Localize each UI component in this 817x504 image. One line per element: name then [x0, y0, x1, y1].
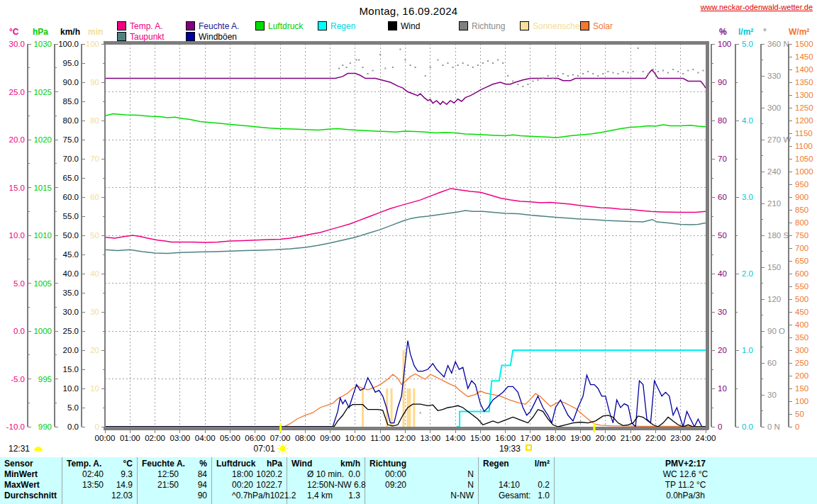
x-tick-label: 22:00	[645, 434, 666, 442]
x-tick-label: 21:00	[621, 434, 641, 442]
svg-text:95.0: 95.0	[63, 59, 79, 67]
legend-label-taupunkt: Taupunkt	[130, 32, 165, 42]
svg-text:30: 30	[90, 308, 99, 316]
table-row-maxwert-regen: 14:100.2	[479, 480, 554, 491]
legend-item-regen: Regen	[318, 21, 355, 30]
svg-text:90.0: 90.0	[63, 78, 79, 86]
svg-text:150: 150	[767, 263, 781, 271]
svg-text:-10.0: -10.0	[6, 422, 25, 431]
legend-swatch-solar	[580, 21, 589, 30]
svg-text:5.0: 5.0	[67, 403, 79, 412]
svg-text:40: 40	[718, 269, 727, 278]
table-row-durchschnitt-luftdruck: ^0.7hPa/h1021.2	[212, 491, 287, 501]
x-tick-label: 13:00	[420, 434, 440, 442]
table-row-maxwert-pmv: TP 11.2 °C	[555, 480, 816, 491]
table-row-durchschnitt-pmv: 0.0hPa/3h	[555, 491, 816, 501]
table-column-luftdruck: LuftdruckhPa18:001020.200:201022.7^0.7hP…	[212, 457, 287, 504]
table-header-label: Wind	[291, 459, 312, 469]
table-cell-value: 94	[198, 480, 207, 491]
svg-text:1005: 1005	[33, 279, 52, 288]
svg-text:1450: 1450	[795, 52, 813, 61]
svg-text:15.0: 15.0	[63, 365, 79, 374]
table-row-maxwert-richtung: 09:20N	[365, 480, 478, 491]
svg-text:1250: 1250	[795, 103, 813, 112]
svg-text:35.0: 35.0	[63, 289, 79, 297]
svg-text:10: 10	[718, 384, 727, 393]
svg-text:20.0: 20.0	[9, 135, 25, 144]
table-header-richtung: Richtung	[365, 459, 478, 469]
svg-text:60: 60	[767, 359, 777, 367]
svg-text:40.0: 40.0	[63, 269, 79, 278]
svg-text:150: 150	[795, 384, 808, 393]
svg-text:50.0: 50.0	[63, 231, 79, 240]
x-tick-label: 11:00	[370, 434, 390, 442]
svg-text:10: 10	[90, 384, 99, 393]
table-cell-time: 13:50	[67, 480, 104, 491]
svg-text:90 O: 90 O	[767, 327, 785, 335]
svg-text:1020: 1020	[33, 135, 52, 144]
table-cell-time: WC 12.6 °C	[663, 469, 708, 480]
table-header-label: Temp. A.	[67, 459, 101, 469]
svg-text:1150: 1150	[795, 129, 813, 138]
x-tick-label: 02:00	[145, 434, 165, 442]
svg-text:250: 250	[795, 359, 808, 367]
x-tick-label: 18:00	[545, 434, 566, 442]
table-row-durchschnitt-richtung: N-NW	[365, 491, 478, 501]
x-tick-label: 14:00	[445, 434, 466, 442]
svg-text:200: 200	[795, 371, 808, 380]
svg-text:240: 240	[767, 167, 781, 176]
table-row-minwert-feuchte: 12:5084	[138, 469, 211, 480]
sunset-time: 19:33	[499, 444, 521, 454]
svg-text:55.0: 55.0	[63, 212, 79, 220]
svg-text:990: 990	[38, 422, 52, 431]
legend-swatch-regen	[318, 21, 327, 30]
table-cell-time: MinWert	[4, 469, 38, 480]
table-header-label: Luftdruck	[216, 459, 255, 469]
x-tick-label: 07:00	[270, 434, 291, 442]
table-cell-time: 12:50	[291, 480, 328, 491]
table-cell-time: 09:20	[369, 480, 406, 491]
x-tick-label: 09:00	[320, 434, 340, 442]
table-cell-value: N-NW 6.8	[328, 480, 366, 491]
table-header-unit: l/m²	[535, 459, 550, 469]
legend-swatch-feuchte-a	[186, 21, 195, 30]
svg-text:90: 90	[90, 78, 99, 86]
legend-item-temp-a: Temp. A.	[117, 21, 163, 30]
table-cell-time: Ø 10 min.	[291, 469, 344, 480]
sunrise-time: 07:01	[254, 444, 275, 454]
table-column-temp: Temp. A.°C02:409.313:5014.912.03	[62, 457, 138, 504]
x-tick-label: 01:00	[120, 434, 140, 442]
svg-text:80: 80	[90, 116, 99, 125]
x-tick-label: 23:00	[670, 434, 691, 442]
table-header-label: Regen	[483, 459, 509, 469]
svg-text:800: 800	[795, 218, 808, 227]
table-cell-time: 1,4 km	[291, 491, 333, 501]
table-cell-value: 84	[198, 469, 207, 480]
unit-min: min	[88, 27, 103, 37]
legend-label-sonnenschein: Sonnenschein	[533, 21, 587, 31]
svg-text:85.0: 85.0	[63, 97, 79, 106]
svg-text:1300: 1300	[795, 91, 813, 99]
svg-text:1000: 1000	[33, 327, 52, 335]
table-cell-time: Gesamt:	[483, 491, 530, 501]
table-cell-value: 1020.2	[256, 469, 282, 480]
svg-text:400: 400	[795, 320, 808, 329]
table-cell-time	[483, 469, 499, 480]
x-tick-label: 10:00	[345, 434, 366, 442]
table-cell-value: N	[467, 480, 474, 491]
svg-text:100: 100	[795, 397, 808, 405]
table-row-maxwert-temp: 13:5014.9	[62, 480, 137, 491]
table-cell-value: 12.03	[111, 491, 133, 501]
svg-text:550: 550	[795, 282, 808, 291]
table-cell-value: 9.3	[121, 469, 133, 480]
svg-text:15.0: 15.0	[9, 184, 25, 192]
svg-text:650: 650	[795, 257, 808, 265]
table-header-unit: %	[199, 459, 207, 469]
table-cell-time: 18:00	[216, 469, 253, 480]
svg-text:1025: 1025	[33, 88, 52, 96]
svg-text:1350: 1350	[795, 78, 813, 86]
svg-text:2.0: 2.0	[742, 269, 753, 278]
table-column-wind: Windkm/hØ 10 min.0.012:50N-NW 6.81,4 km1…	[287, 457, 365, 504]
table-row-minwert-richtung: 00:00N	[365, 469, 478, 480]
svg-text:80: 80	[718, 116, 727, 125]
